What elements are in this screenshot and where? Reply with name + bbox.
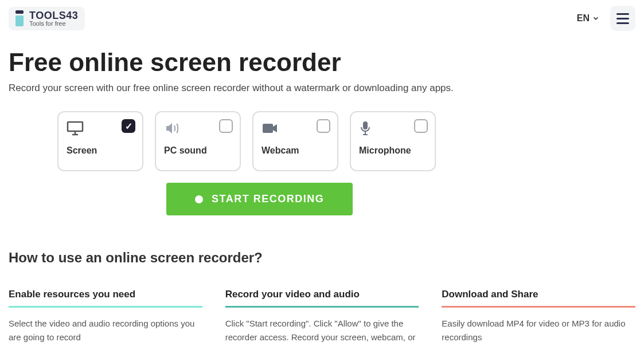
page-title: Free online screen recorder (9, 48, 635, 77)
step-1: Enable resources you need Select the vid… (9, 289, 202, 346)
option-checkbox[interactable] (122, 119, 135, 133)
logo-title: TOOLS43 (29, 10, 78, 21)
steps: Enable resources you need Select the vid… (9, 289, 635, 346)
step-title: Record your video and audio (225, 289, 419, 308)
language-label: EN (577, 13, 590, 23)
option-webcam[interactable]: Webcam (252, 111, 338, 171)
option-checkbox[interactable] (219, 119, 233, 133)
svg-rect-4 (363, 121, 368, 129)
record-icon (195, 195, 203, 203)
option-checkbox[interactable] (317, 119, 330, 133)
option-label: Webcam (261, 146, 329, 156)
logo[interactable]: TOOLS43 Tools for free (9, 7, 85, 30)
svg-rect-3 (263, 124, 273, 133)
logo-icon (15, 10, 24, 26)
step-desc: Select the video and audio recording opt… (9, 317, 202, 344)
option-pc-sound[interactable]: PC sound (155, 111, 241, 171)
svg-rect-0 (68, 122, 83, 131)
step-desc: Click "Start recording". Click "Allow" t… (225, 317, 419, 346)
chevron-down-icon (592, 14, 600, 22)
start-recording-button[interactable]: START RECORDING (166, 183, 353, 215)
option-microphone[interactable]: Microphone (350, 111, 436, 171)
howto-title: How to use an online screen recorder? (9, 250, 635, 266)
language-selector[interactable]: EN (577, 13, 600, 23)
step-desc: Easily download MP4 for video or MP3 for… (442, 317, 635, 344)
page-subtitle: Record your screen with our free online … (9, 82, 635, 94)
option-label: Microphone (359, 146, 427, 156)
step-title: Enable resources you need (9, 289, 202, 308)
logo-subtitle: Tools for free (29, 21, 78, 27)
step-3: Download and Share Easily download MP4 f… (442, 289, 635, 346)
recording-options: Screen PC sound Webcam Microphone (57, 111, 635, 171)
step-title: Download and Share (442, 289, 635, 308)
step-2: Record your video and audio Click "Start… (225, 289, 419, 346)
start-button-label: START RECORDING (212, 193, 324, 205)
option-screen[interactable]: Screen (57, 111, 143, 171)
option-label: Screen (67, 146, 134, 156)
menu-button[interactable] (610, 6, 635, 31)
option-checkbox[interactable] (414, 119, 428, 133)
option-label: PC sound (164, 146, 232, 156)
